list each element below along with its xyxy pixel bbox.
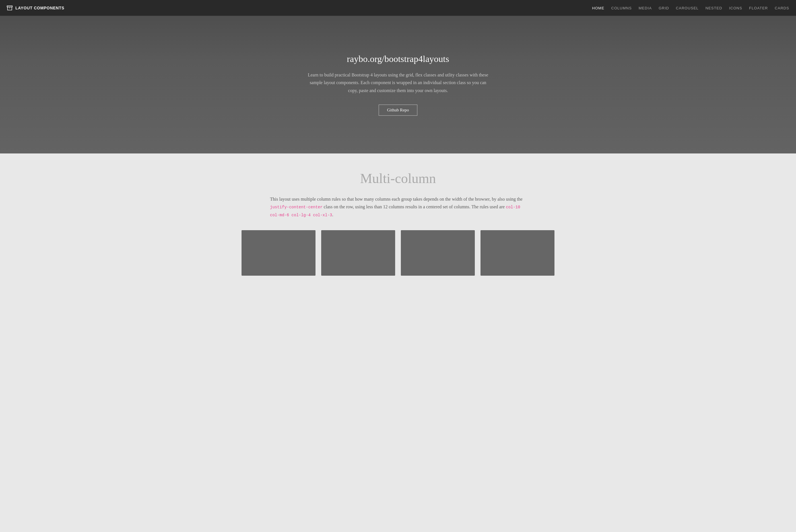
brand-title: LAYOUT COMPONENTS [15,6,64,10]
multicolumn-description: This layout uses multiple column rules s… [270,195,526,219]
hero-title: raybo.org/bootstrap4layouts [305,54,491,64]
hero-section: raybo.org/bootstrap4layouts Learn to bui… [0,0,796,153]
nav-link-grid[interactable]: GRID [658,6,669,10]
code-justify: justify-content-center [270,205,323,209]
nav-link-media[interactable]: MEDIA [639,6,652,10]
nav-link-columns[interactable]: COLUMNS [611,6,632,10]
column-card-1 [241,230,315,276]
nav-link-floater[interactable]: FLOATER [749,6,768,10]
desc-text-1: This layout uses multiple column rules s… [270,197,523,202]
nav-item-floater[interactable]: FLOATER [749,5,768,11]
brand: LAYOUT COMPONENTS [7,5,64,11]
navbar: LAYOUT COMPONENTS HOME COLUMNS MEDIA GRI… [0,0,796,16]
nav-link-cards[interactable]: CARDS [775,6,789,10]
nav-item-home[interactable]: HOME [592,5,604,11]
desc-text-2: class on the row, using less than 12 col… [323,204,506,209]
hero-content: raybo.org/bootstrap4layouts Learn to bui… [298,37,498,133]
nav-item-cards[interactable]: CARDS [775,5,789,11]
nav-link-carousel[interactable]: CAROUSEL [676,6,699,10]
github-repo-button[interactable]: Github Repo [379,104,417,116]
column-card-3 [401,230,475,276]
nav-item-carousel[interactable]: CAROUSEL [676,5,699,11]
multicolumn-section: Multi-column This layout uses multiple c… [0,153,796,287]
nav-item-columns[interactable]: COLUMNS [611,5,632,11]
nav-link-icons[interactable]: ICONS [729,6,742,10]
nav-links: HOME COLUMNS MEDIA GRID CAROUSEL NESTED … [592,5,789,11]
hero-description: Learn to build practical Bootstrap 4 lay… [305,71,491,94]
nav-item-icons[interactable]: ICONS [729,5,742,11]
desc-text-3: . [332,212,333,217]
column-card-4 [481,230,555,276]
multicolumn-title: Multi-column [12,171,784,186]
nav-link-nested[interactable]: NESTED [706,6,722,10]
nav-item-media[interactable]: MEDIA [639,5,652,11]
column-card-2 [321,230,395,276]
box-icon [7,5,13,11]
nav-item-nested[interactable]: NESTED [706,5,722,11]
nav-link-home[interactable]: HOME [592,6,604,10]
svg-rect-0 [7,6,12,7]
columns-grid [241,230,555,276]
nav-item-grid[interactable]: GRID [658,5,669,11]
